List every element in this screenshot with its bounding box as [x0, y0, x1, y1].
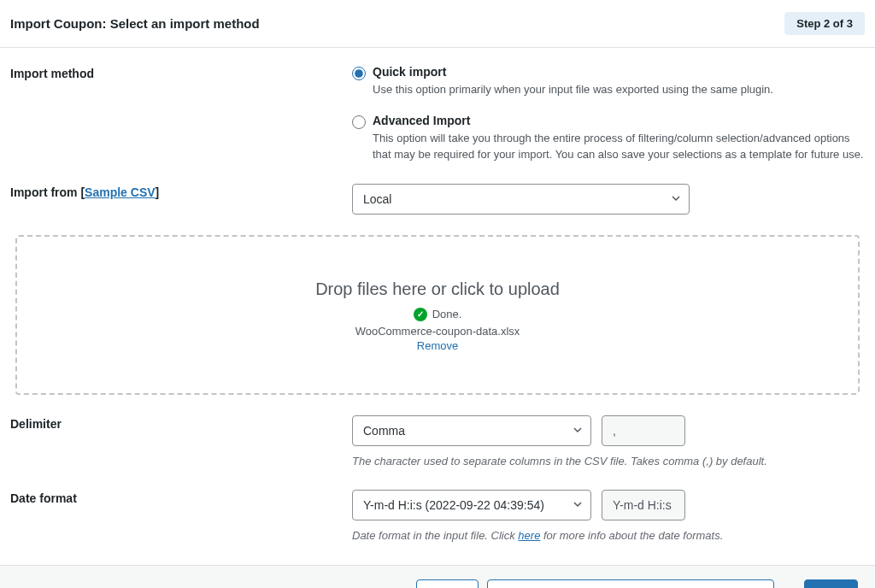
import-method-label: Import method	[10, 65, 352, 163]
delimiter-help: The character used to separate columns i…	[352, 453, 865, 470]
quick-import-radio[interactable]	[352, 67, 366, 80]
advanced-import-radio[interactable]	[352, 115, 366, 129]
date-format-value[interactable]	[602, 490, 685, 520]
import-button[interactable]: Import	[804, 579, 858, 589]
next-step-button[interactable]: Step 3: Advanced options/Batch import/Sc…	[487, 579, 774, 589]
delimiter-value[interactable]	[602, 415, 685, 446]
done-text: Done.	[432, 308, 462, 320]
advanced-import-desc: This option will take you through the en…	[373, 130, 865, 163]
date-format-help: Date format in the input file. Click her…	[352, 527, 865, 544]
delimiter-label: Delimiter	[10, 415, 352, 470]
sample-csv-link[interactable]: Sample CSV	[85, 185, 155, 199]
import-from-label: Import from [Sample CSV]	[10, 184, 352, 215]
import-from-select[interactable]: Local	[352, 184, 690, 215]
date-format-help-link[interactable]: here	[518, 529, 540, 542]
page-title: Import Coupon: Select an import method	[10, 16, 260, 31]
advanced-import-title: Advanced Import	[373, 114, 865, 127]
dropzone-title: Drop files here or click to upload	[34, 279, 841, 299]
remove-file-link[interactable]: Remove	[34, 339, 841, 352]
file-dropzone[interactable]: Drop files here or click to upload ✓ Don…	[15, 235, 860, 395]
delimiter-select[interactable]: Comma	[352, 415, 591, 446]
uploaded-filename: WooCommerce-coupon-data.xlsx	[34, 325, 841, 338]
back-button[interactable]: Back	[416, 579, 479, 589]
quick-import-title: Quick import	[373, 65, 865, 79]
date-format-label: Date format	[10, 490, 352, 544]
quick-import-desc: Use this option primarily when your inpu…	[373, 81, 865, 98]
check-circle-icon: ✓	[414, 308, 427, 321]
date-format-select[interactable]: Y-m-d H:i:s (2022-09-22 04:39:54)	[352, 490, 591, 520]
step-badge: Step 2 of 3	[784, 12, 865, 35]
